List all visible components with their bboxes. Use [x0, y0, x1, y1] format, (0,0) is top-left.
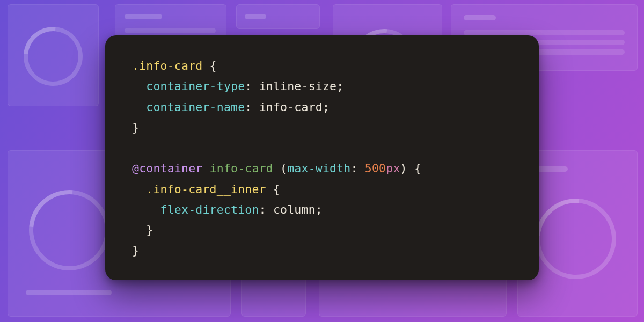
property: flex-direction [160, 203, 259, 216]
brace-open: { [414, 162, 421, 175]
unit: px [386, 162, 400, 175]
value: inline-size [259, 79, 337, 93]
selector: .info-card [132, 59, 202, 72]
brace-close: } [146, 223, 153, 237]
value: column [273, 203, 316, 216]
property: container-type [146, 79, 245, 93]
condition-key: max-width [287, 162, 350, 175]
brace-close: } [132, 244, 139, 257]
brace-close: } [132, 121, 139, 134]
property: container-name [146, 100, 245, 114]
container-name: info-card [210, 162, 273, 175]
code-block[interactable]: .info-card { container-type: inline-size… [132, 56, 512, 261]
bg-card [8, 4, 99, 106]
selector: .info-card__inner [146, 182, 266, 196]
number: 500 [365, 162, 386, 175]
code-panel: .info-card { container-type: inline-size… [105, 35, 539, 280]
brace-open: { [210, 59, 217, 72]
value: info-card [259, 100, 323, 114]
brace-open: { [273, 182, 280, 196]
bg-card [236, 4, 320, 29]
at-rule-keyword: @container [132, 162, 202, 175]
